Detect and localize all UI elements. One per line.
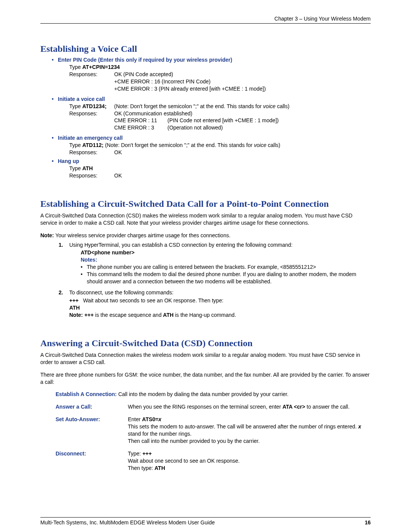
page-number: 16 bbox=[365, 519, 371, 526]
row-establish: Establish A Connection: Call into the mo… bbox=[56, 391, 371, 398]
b1-type-pre: Type bbox=[69, 64, 82, 70]
b1-r1: OK (PIN Code accepted) bbox=[114, 71, 266, 78]
bullet-icon: • bbox=[52, 56, 58, 64]
b3-resp-label: Responses: bbox=[69, 149, 114, 156]
bullet-emergency: • Initiate an emergency call Type ATD112… bbox=[52, 134, 371, 156]
b4-r1: OK bbox=[114, 172, 122, 179]
b1-r2: +CME ERROR : 16 (Incorrect PIN Code) bbox=[114, 78, 266, 85]
bullet-icon: • bbox=[81, 264, 87, 271]
bullet-icon: • bbox=[52, 158, 58, 165]
page-footer: Multi-Tech Systems, Inc. MultiModem EDGE… bbox=[40, 517, 371, 526]
n2-text: To disconnect, use the following command… bbox=[69, 289, 174, 296]
b2-resp-label: Responses: bbox=[69, 110, 114, 132]
bullet-icon: • bbox=[52, 134, 58, 142]
b3-head: Initiate an emergency call bbox=[58, 134, 123, 142]
section3-para1: A Circuit-Switched Data Connection makes… bbox=[40, 351, 371, 366]
b1-head: Enter PIN Code (Enter this only if requi… bbox=[58, 56, 232, 64]
n1-sb1: The phone number you are calling is ente… bbox=[87, 264, 316, 271]
num-list: 1. Using HyperTerminal, you can establis… bbox=[59, 241, 371, 249]
b1-resp-label: Responses: bbox=[69, 71, 114, 93]
answer-table: Establish A Connection: Call into the mo… bbox=[56, 391, 371, 471]
page-header: Chapter 3 – Using Your Wireless Modem bbox=[40, 15, 371, 24]
footer-text: Multi-Tech Systems, Inc. MultiModem EDGE… bbox=[40, 519, 215, 526]
b1-responses: OK (PIN Code accepted) +CME ERROR : 16 (… bbox=[114, 71, 266, 93]
n2-num: 2. bbox=[59, 289, 69, 296]
section2-title: Establishing a Circuit-Switched Data Cal… bbox=[40, 198, 371, 210]
section3-para2: There are three phone numbers for GSM: t… bbox=[40, 371, 371, 386]
bullet-icon: • bbox=[52, 96, 58, 103]
b3-r1: OK bbox=[114, 149, 122, 156]
n1-text: Using HyperTerminal, you can establish a… bbox=[69, 241, 293, 249]
section1-title: Establishing a Voice Call bbox=[40, 43, 371, 55]
section2-note: Note: Your wireless service provider cha… bbox=[40, 232, 371, 239]
bullet-hangup: • Hang up Type ATH Responses: OK bbox=[52, 158, 371, 179]
b2-r1: OK (Communication established) bbox=[114, 110, 279, 117]
b2-note: (Note: Don't forget the semicolon ";" at… bbox=[114, 103, 290, 110]
bullet-enter-pin: • Enter PIN Code (Enter this only if req… bbox=[52, 56, 371, 92]
row-disconnect: Disconnect: Type: +++ Wait about one sec… bbox=[56, 450, 371, 472]
b2-responses: OK (Communication established) CME ERROR… bbox=[114, 110, 279, 132]
section2-para: A Circuit-Switched Data Connection (CSD)… bbox=[40, 212, 371, 227]
n1-notes-label: Notes: bbox=[81, 256, 371, 264]
b4-resp-label: Responses: bbox=[69, 172, 114, 179]
bullet-icon: • bbox=[81, 271, 87, 278]
section3-title: Answering a Circuit-Switched Data (CSD) … bbox=[40, 337, 371, 349]
b4-head: Hang up bbox=[58, 158, 79, 165]
chapter-label: Chapter 3 – Using Your Wireless Modem bbox=[274, 16, 371, 22]
b1-type-cmd: AT+CPIN=1234 bbox=[82, 64, 120, 70]
b2-head: Initiate a voice call bbox=[58, 96, 105, 103]
bullet-voice-call: • Initiate a voice call Type ATD1234; (N… bbox=[52, 96, 371, 131]
n1-num: 1. bbox=[59, 241, 69, 249]
row-auto-answer: Set Auto-Answer: Enter ATS0=x This sets … bbox=[56, 416, 371, 445]
n1-sb2: This command tells the modem to dial the… bbox=[87, 271, 371, 285]
b1-r3: +CME ERROR : 3 (PIN already entered [wit… bbox=[114, 85, 266, 93]
b2-type: Type ATD1234; bbox=[69, 103, 114, 110]
row-answer: Answer a Call: When you see the RING res… bbox=[56, 403, 371, 411]
n1-cmd: ATD<phone number> bbox=[81, 249, 371, 256]
